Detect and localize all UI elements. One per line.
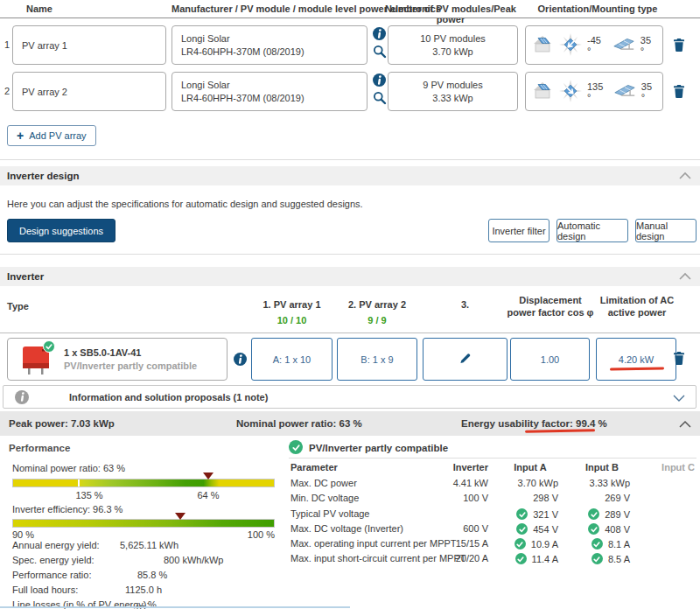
pv-array-name-field[interactable]: PV array 2 [12, 72, 166, 111]
tilt-panel-icon [612, 83, 637, 100]
inverter-type-field[interactable]: 1 x SB5.0-1AV-41 PV/Inverter partly comp… [7, 338, 228, 381]
inverter-design-description: Here you can adjust the specifications f… [7, 199, 363, 209]
inverter-filter-button[interactable]: Inverter filter [488, 219, 550, 242]
azimuth-compass-icon [558, 79, 583, 105]
module-count-field[interactable]: 9 PV modules 3.33 kWp [388, 72, 518, 111]
add-pv-array-button[interactable]: + Add PV array [7, 125, 96, 146]
input-b-value: 8.5 A [608, 554, 630, 564]
orientation-field[interactable]: 135 ° 35 ° [525, 72, 663, 111]
info-icon[interactable] [373, 74, 386, 87]
info-icon[interactable] [234, 353, 247, 366]
pencil-icon [458, 352, 472, 367]
stat-label: Performance ratio: [12, 570, 91, 580]
module-count: 10 PV modules [420, 32, 486, 46]
array2-module-count: 9 / 9 [332, 315, 423, 326]
red-annotation-underline [525, 429, 595, 433]
cos-phi-field[interactable]: 1.00 [510, 338, 590, 381]
info-icon[interactable] [373, 27, 386, 40]
inverter-model: 1 x SB5.0-1AV-41 [64, 346, 197, 360]
inverter-design-section-header[interactable]: Inverter design [0, 166, 700, 186]
param-label: Max. DC power [290, 478, 357, 488]
ok-check-icon [588, 523, 599, 535]
input-b-config-field[interactable]: B: 1 x 9 [337, 338, 417, 381]
stat-value: 800 kWh/kWp [164, 555, 223, 565]
col-parameter: Parameter [290, 462, 338, 472]
pv-array-name: PV array 2 [22, 87, 165, 97]
chevron-up-icon[interactable] [679, 419, 691, 430]
stat-value: 85.8 % [137, 570, 167, 580]
edit-config-field[interactable] [423, 338, 508, 381]
information-proposals-label: Information and solution proposals (1 no… [69, 392, 268, 402]
input-a-config-field[interactable]: A: 1 x 10 [251, 338, 332, 381]
column-header-array2: 2. PV array 2 [332, 299, 423, 310]
design-suggestions-button[interactable]: Design suggestions [7, 219, 116, 242]
chevron-up-icon[interactable] [679, 271, 691, 282]
compat-row: Max. operating input current per MPPT 15… [289, 538, 696, 551]
chevron-down-icon[interactable] [673, 394, 685, 404]
roof-mounting-icon [531, 80, 554, 103]
inverter-section-header[interactable]: Inverter [0, 267, 700, 286]
inverter-value: 20/20 A [436, 553, 488, 564]
ok-check-icon [588, 508, 599, 520]
tilt-value: 35 ° [641, 81, 657, 102]
information-proposals-row[interactable]: Information and solution proposals (1 no… [3, 385, 696, 409]
pv-array-name-field[interactable]: PV array 1 [12, 25, 166, 65]
input-b-value: 269 V [605, 493, 630, 503]
pv-module-field[interactable]: Longi Solar LR4-60HPH-370M (08/2019) [172, 72, 368, 111]
red-annotation-underline [610, 367, 664, 370]
azimuth-value: -45 ° [587, 35, 607, 56]
summary-peak-power: Peak power: 7.03 kWp [9, 418, 115, 429]
inverter-filter-label: Inverter filter [492, 226, 545, 236]
module-count-field[interactable]: 10 PV modules 3.70 kWp [388, 25, 518, 65]
column-header-name: Name [26, 4, 52, 14]
tilt-panel-icon [612, 37, 636, 53]
column-header-orientation: Orientation/Mounting type [532, 4, 663, 14]
input-b-value: 8.1 A [608, 539, 630, 550]
delete-pv-array-icon[interactable] [672, 38, 686, 54]
col-input-b: Input B [574, 462, 630, 472]
cos-phi-value: 1.00 [541, 354, 559, 365]
chevron-up-icon[interactable] [679, 171, 691, 181]
summary-energy-usability: Energy usability factor: 99.4 % [461, 418, 607, 429]
search-module-icon[interactable] [373, 91, 387, 107]
module-name: LR4-60HPH-370M (08/2019) [181, 46, 367, 59]
stat-value: 1125.0 h [125, 584, 162, 595]
delete-pv-array-icon[interactable] [672, 84, 686, 101]
search-module-icon[interactable] [373, 45, 387, 60]
inverter-status: PV/Inverter partly compatible [64, 360, 197, 373]
bar-marker-icon [175, 513, 186, 520]
manual-design-button[interactable]: Manual design [635, 219, 696, 242]
input-b-value: 3.33 kWp [590, 478, 630, 488]
module-count: 9 PV modules [423, 79, 482, 92]
inverter-value: 600 V [436, 523, 488, 534]
column-header-ac-limit: Limitation of AC active power [592, 294, 682, 318]
orientation-field[interactable]: -45 ° 35 ° [525, 25, 663, 65]
stat-label: Spec. energy yield: [12, 555, 94, 565]
inverter-efficiency-label: Inverter efficiency: 96.3 % [12, 504, 122, 514]
delete-inverter-icon[interactable] [672, 351, 686, 368]
array1-module-count: 10 / 10 [242, 315, 341, 326]
input-b-config: B: 1 x 9 [360, 354, 393, 365]
ok-check-icon [514, 538, 526, 550]
input-a-value: 454 V [533, 524, 558, 535]
compatible-check-icon [289, 440, 303, 454]
input-a-value: 10.9 A [531, 539, 558, 550]
peak-power: 3.33 kWp [432, 92, 472, 105]
column-header-type: Type [7, 301, 29, 312]
ac-limit-field[interactable]: 4.20 kW [596, 338, 676, 381]
compatible-check-icon [43, 340, 55, 353]
nominal-power-ratio-label: Nominal power ratio: 63 % [12, 463, 125, 473]
automatic-design-button[interactable]: Automatic design [556, 219, 628, 242]
compat-header-row: Parameter Inverter Input A Input B Input… [289, 462, 696, 475]
compat-row: Typical PV voltage 321 V 289 V [289, 508, 696, 522]
stat-value: 5,625.11 kWh [120, 540, 178, 550]
bar-tick [78, 480, 80, 486]
azimuth-value: 135 ° [587, 81, 608, 102]
npr-tick-label: 135 % [67, 490, 111, 500]
compat-row: Min. DC voltage 100 V 298 V 269 V [289, 493, 696, 506]
ok-check-icon [516, 508, 528, 520]
plus-icon: + [17, 129, 24, 143]
pv-module-field[interactable]: Longi Solar LR4-60HPH-370M (08/2019) [172, 25, 368, 65]
param-label: Min. DC voltage [290, 493, 359, 503]
automatic-design-label: Automatic design [557, 220, 627, 242]
